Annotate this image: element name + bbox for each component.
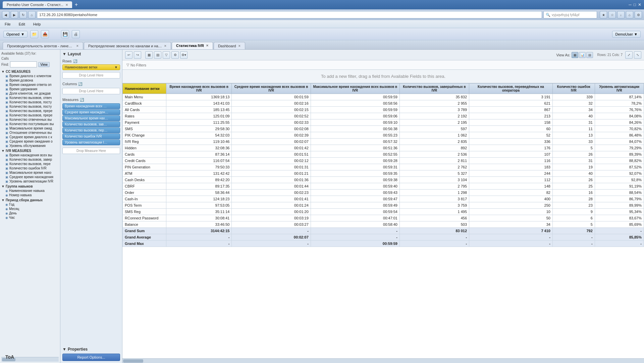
cc-measure-item[interactable]: ▣Количество вызовов, прере: [1, 113, 59, 117]
ivr-measure-item[interactable]: ▣Количество вызовов, завер: [1, 157, 59, 162]
period-item[interactable]: ◉День: [1, 211, 59, 215]
menu-edit[interactable]: Edit: [17, 21, 26, 27]
report-options-button[interactable]: Report Options...: [62, 354, 120, 361]
field-icon: ▣: [5, 136, 8, 139]
tab-0-close[interactable]: ✕: [76, 44, 79, 48]
print-button[interactable]: 🖨: [72, 30, 80, 38]
period-item[interactable]: ◉Месяц: [1, 207, 59, 211]
ivr-measure-item[interactable]: ▣Максимальное время нахо: [1, 170, 59, 175]
address-bar[interactable]: 172.26.20.124:8080/pentaho/Home: [37, 11, 542, 18]
ivr-measure-item[interactable]: ▣Время нахождения всех вы: [1, 153, 59, 157]
settings-report-button[interactable]: ⚙: [171, 51, 179, 59]
tab-2-close[interactable]: ✕: [206, 44, 209, 47]
measure-pill-4[interactable]: Количество вызовов, переведен: [62, 127, 120, 133]
tab-3-close[interactable]: ✕: [238, 44, 241, 48]
cc-measure-item[interactable]: ▣Количество вызовов, прере: [1, 109, 59, 113]
chart-view-icon[interactable]: 📊: [579, 52, 586, 58]
collapse-button[interactable]: ⤡: [634, 51, 641, 59]
opened-button[interactable]: Opened ▼: [3, 31, 28, 38]
cc-measure-item[interactable]: ▣Среднее время диалога с к: [1, 135, 59, 139]
cc-measure-item[interactable]: ▣Максимальное время ожид: [1, 126, 59, 131]
collapse-ivr-icon[interactable]: ▼: [1, 149, 5, 153]
cc-measures-list: ▣Время диалога с клиентом▣Время дозвона▣…: [1, 74, 59, 148]
table-row: Rates 125:01:09 00:02:52 00:59:06 2 192 …: [123, 113, 644, 119]
ivr-measure-item[interactable]: ▣Среднее время нахождения: [1, 175, 59, 179]
close-button[interactable]: ✕: [638, 2, 641, 7]
bottom-scrollbar[interactable]: [122, 358, 644, 363]
measure-pill-1[interactable]: Среднее время нахождения всех: [62, 109, 120, 115]
cc-measure-item[interactable]: ▣Количество отвеченных вы: [1, 117, 59, 122]
both-view-icon[interactable]: ▤: [586, 52, 593, 58]
home-button[interactable]: ⌂: [28, 11, 36, 18]
search-box[interactable]: 🔍 vyjuqvthyjuj fyfi&pf: [543, 11, 597, 18]
menu-help[interactable]: Help: [32, 21, 42, 27]
cc-measure-item[interactable]: ▣Количество вызовов, отвеч: [1, 96, 59, 100]
redo-button[interactable]: ↪: [134, 51, 141, 59]
collapse-period-icon[interactable]: ▼: [1, 198, 5, 202]
new-tab-button[interactable]: +: [75, 2, 78, 8]
group-item[interactable]: ◉Номер навыка: [1, 193, 59, 197]
tab-2[interactable]: Статистика IVR ✕: [172, 42, 213, 49]
cc-measure-item[interactable]: ▣Время ожидания ответа оп: [1, 83, 59, 87]
measure-pill-6[interactable]: Уровень автоматизации IVR: [62, 140, 120, 145]
save-button[interactable]: 💾: [61, 30, 69, 38]
measure-pill-3[interactable]: Количество вызовов, завершенн: [62, 121, 120, 127]
cc-measure-item[interactable]: ▣Количество вызовов, посту: [1, 104, 59, 109]
cc-measure-item[interactable]: ▣Среднее время ожидания о: [1, 139, 59, 144]
gear2-button[interactable]: ⚙▾: [180, 51, 187, 59]
save-as-button[interactable]: 📤: [41, 30, 49, 38]
maximize-button[interactable]: □: [634, 2, 636, 7]
table-view-button[interactable]: ▦: [145, 51, 153, 59]
group-item[interactable]: ◉Наименование навыка: [1, 189, 59, 193]
collapse-cc-icon[interactable]: ▼: [1, 70, 5, 73]
tab-1-close[interactable]: ✕: [164, 44, 167, 48]
cc-measure-item[interactable]: ▣Количество вызовов, посту: [1, 100, 59, 104]
measure-pill-0[interactable]: Время нахождения всех вызово: [62, 103, 120, 109]
browser-tab-close[interactable]: ✕: [65, 3, 68, 7]
measure-pill-2[interactable]: Максимальное время нахождени: [62, 115, 120, 121]
filter-button[interactable]: ▽: [163, 51, 170, 59]
bookmarks-button[interactable]: ☆: [608, 11, 616, 18]
cc-measure-item[interactable]: ▣Время дозвона: [1, 78, 59, 83]
browser-tab[interactable]: Pentaho User Console - Статист... ✕: [3, 1, 72, 8]
collapse-group-icon[interactable]: ▼: [1, 185, 5, 188]
tab-0[interactable]: Производительность агентов - линейный гр…: [3, 42, 83, 49]
cell-col5: 3 191: [469, 94, 553, 100]
back-button[interactable]: ◀: [2, 11, 9, 18]
ivr-measure-item[interactable]: ▣Количество вызовов, пере: [1, 162, 59, 166]
open-file-button[interactable]: 📁: [30, 30, 38, 38]
cell-col2: 00:02:23: [232, 190, 311, 196]
grid-view-icon[interactable]: ▦: [572, 52, 578, 58]
measure-pill-5[interactable]: Количество ошибок IVR: [62, 134, 120, 139]
undo-button[interactable]: ↩: [125, 51, 132, 59]
forward-button[interactable]: ▶: [11, 11, 18, 18]
view-button[interactable]: View: [38, 62, 50, 67]
find-input[interactable]: [10, 61, 37, 67]
user-button[interactable]: DemoUser ▼: [612, 31, 641, 38]
period-item[interactable]: ◉Год: [1, 202, 59, 207]
star-button[interactable]: ★: [600, 11, 607, 18]
refresh-button[interactable]: ↻: [19, 11, 27, 18]
cc-measure-item[interactable]: ▣Уровень обслуживания: [1, 144, 59, 148]
pill-dropdown-icon[interactable]: ▼: [114, 65, 118, 69]
table-container[interactable]: Наименование ветки Время нахождения всех…: [122, 83, 644, 358]
cc-measure-item[interactable]: ▣Доля клиентов, не дождав: [1, 91, 59, 96]
cc-measure-item[interactable]: ▣Время удержания: [1, 87, 59, 91]
minimize-button[interactable]: ─: [629, 2, 632, 7]
cc-measure-item[interactable]: ▣Отношение отвеченных вы: [1, 131, 59, 135]
tab-3[interactable]: Dashboard ✕: [214, 42, 245, 49]
cc-measure-item[interactable]: ▣Время диалога с клиентом: [1, 74, 59, 78]
ivr-measure-item[interactable]: ▣Уровень автоматизации IVR: [1, 179, 59, 184]
settings-button[interactable]: ⚙: [635, 11, 642, 18]
cc-measure-item[interactable]: ▣Количество поступивших вы: [1, 122, 59, 126]
ivr-measure-item[interactable]: ▣Количество ошибок IVR: [1, 166, 59, 170]
tab-0-label: Производительность агентов - линейный гр…: [7, 44, 74, 48]
home2-button[interactable]: ⌂: [626, 11, 633, 18]
expand-button[interactable]: ⤢: [625, 51, 633, 59]
period-item[interactable]: ◉Час: [1, 215, 59, 220]
menu-file[interactable]: File: [3, 21, 12, 27]
chart-view-button[interactable]: ▤: [154, 51, 161, 59]
row-field-pill[interactable]: Наименование ветки ▼: [62, 64, 120, 70]
tab-1[interactable]: Распределение звонков по каналам и навык…: [84, 42, 171, 49]
download-button[interactable]: ↓: [617, 11, 625, 18]
